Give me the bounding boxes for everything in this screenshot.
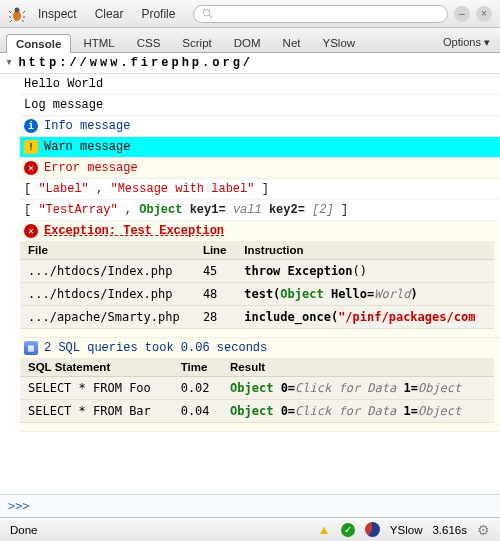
load-time: 3.616s — [432, 524, 467, 536]
close-button[interactable]: × — [476, 6, 492, 22]
warning-icon[interactable]: ▲ — [317, 523, 331, 537]
sql-group: ▦ 2 SQL queries took 0.06 seconds SQL St… — [20, 338, 500, 432]
log-row: Log message — [20, 95, 500, 116]
sql-table: SQL Statement Time Result SELECT * FROM … — [20, 358, 494, 423]
col-time: Time — [173, 358, 222, 377]
error-icon: ✕ — [24, 224, 38, 238]
log-text: Info message — [44, 119, 130, 133]
tab-html[interactable]: HTML — [73, 33, 124, 52]
svg-point-2 — [204, 9, 210, 15]
inspect-button[interactable]: Inspect — [32, 5, 83, 23]
col-instruction: Instruction — [236, 241, 494, 260]
svg-point-1 — [15, 7, 20, 12]
exception-group: ✕ Exception: Test Exception File Line In… — [20, 221, 500, 338]
log-text: Hello World — [24, 77, 103, 91]
url-text: http://www.firephp.org/ — [18, 56, 253, 70]
table-row: SELECT * FROM Bar 0.04 Object 0=Click fo… — [20, 400, 494, 423]
tab-yslow[interactable]: YSlow — [313, 33, 366, 52]
log-text: Error message — [44, 161, 138, 175]
clear-button[interactable]: Clear — [89, 5, 130, 23]
table-icon: ▦ — [24, 341, 38, 355]
ok-icon[interactable]: ✓ — [341, 523, 355, 537]
table-row: .../htdocs/Index.php 48 test(Object Hell… — [20, 283, 494, 306]
console-body: Hello World Log message i Info message !… — [0, 74, 500, 494]
firebug-icon[interactable] — [8, 5, 26, 23]
profile-button[interactable]: Profile — [135, 5, 181, 23]
log-row-label: [ "Label" , "Message with label" ] — [20, 179, 500, 200]
warn-icon: ! — [24, 140, 38, 154]
console-prompt[interactable]: >>> — [0, 494, 500, 517]
url-row[interactable]: ▼ http://www.firephp.org/ — [0, 53, 500, 74]
tab-css[interactable]: CSS — [127, 33, 171, 52]
table-row: .../apache/Smarty.php 28 include_once("/… — [20, 306, 494, 329]
log-row-info: i Info message — [20, 116, 500, 137]
col-result: Result — [222, 358, 494, 377]
col-stmt: SQL Statement — [20, 358, 173, 377]
col-file: File — [20, 241, 195, 260]
log-row: Hello World — [20, 74, 500, 95]
tab-dom[interactable]: DOM — [224, 33, 271, 52]
search-input[interactable] — [217, 8, 439, 20]
search-icon — [202, 8, 213, 19]
search-field-wrapper — [193, 5, 448, 23]
minimize-button[interactable]: – — [454, 6, 470, 22]
gear-icon[interactable]: ⚙ — [477, 522, 490, 538]
exception-link[interactable]: Exception: Test Exception — [44, 224, 224, 238]
tab-script[interactable]: Script — [172, 33, 221, 52]
log-text: Warn message — [44, 140, 130, 154]
table-row: SELECT * FROM Foo 0.02 Object 0=Click fo… — [20, 377, 494, 400]
options-menu[interactable]: Options ▾ — [439, 33, 494, 52]
info-icon: i — [24, 119, 38, 133]
status-text: Done — [10, 524, 38, 536]
tab-console[interactable]: Console — [6, 34, 71, 53]
tab-net[interactable]: Net — [273, 33, 311, 52]
tabs-bar: Console HTML CSS Script DOM Net YSlow Op… — [0, 28, 500, 53]
log-row-error: ✕ Error message — [20, 158, 500, 179]
sql-group-title[interactable]: 2 SQL queries took 0.06 seconds — [44, 341, 267, 355]
status-bar: Done ▲ ✓ YSlow 3.616s ⚙ — [0, 517, 500, 541]
log-row-warn: ! Warn message — [20, 137, 500, 158]
table-row: .../htdocs/Index.php 45 throw Exception(… — [20, 260, 494, 283]
yslow-icon[interactable] — [365, 522, 380, 537]
svg-line-3 — [210, 15, 213, 18]
exception-trace-table: File Line Instruction .../htdocs/Index.p… — [20, 241, 494, 329]
yslow-label[interactable]: YSlow — [390, 524, 423, 536]
log-text: Log message — [24, 98, 103, 112]
log-row-array: [ "TestArray" , Object key1= val1 key2= … — [20, 200, 500, 221]
error-icon: ✕ — [24, 161, 38, 175]
toolbar: Inspect Clear Profile – × — [0, 0, 500, 28]
disclosure-triangle-icon[interactable]: ▼ — [7, 58, 14, 68]
col-line: Line — [195, 241, 236, 260]
